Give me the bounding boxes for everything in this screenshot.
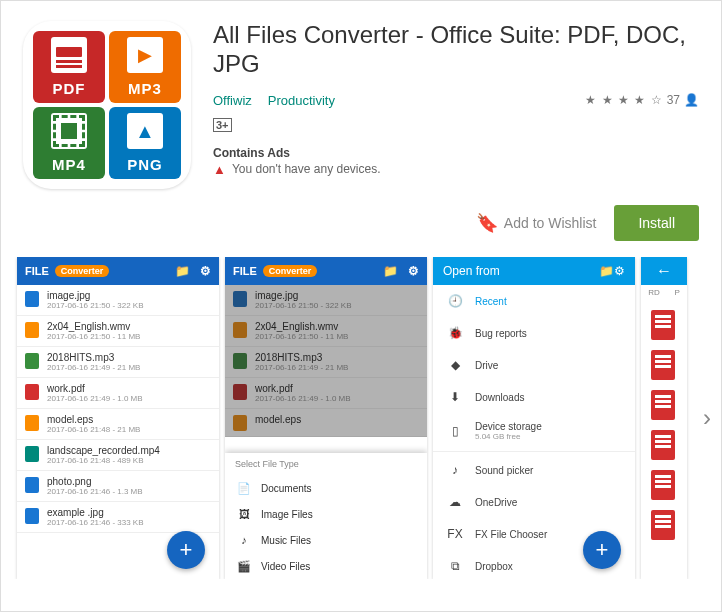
screenshot-3[interactable]: Open from 📁 ⚙ 🕘Recent🐞Bug reports◆Drive⬇… bbox=[433, 257, 635, 579]
file-name: 2x04_English.wmv bbox=[47, 321, 140, 332]
file-name: landscape_recorded.mp4 bbox=[47, 445, 160, 456]
file-type-icon bbox=[233, 384, 247, 400]
file-meta: 2017-06-16 21:49 - 21 MB bbox=[47, 363, 140, 372]
file-meta: 2017-06-16 21:49 - 1.0 MB bbox=[47, 394, 143, 403]
drawer-item: ⬇Downloads bbox=[433, 381, 635, 413]
source-icon: ◆ bbox=[447, 357, 463, 373]
back-arrow-icon: ← bbox=[656, 262, 672, 280]
screenshot-4[interactable]: ← RDP bbox=[641, 257, 687, 579]
file-meta: 2017-06-16 21:50 - 322 KB bbox=[255, 301, 352, 310]
file-name: image.jpg bbox=[47, 290, 144, 301]
add-to-wishlist-button[interactable]: 🔖 Add to Wishlist bbox=[476, 212, 597, 234]
source-icon: ⬇ bbox=[447, 389, 463, 405]
file-name: model.eps bbox=[255, 414, 301, 425]
file-item: image.jpg2017-06-16 21:50 - 322 KB bbox=[225, 285, 427, 316]
file-type-icon bbox=[25, 477, 39, 493]
fab-add-button: + bbox=[583, 531, 621, 569]
drawer-item: ☁OneDrive bbox=[433, 486, 635, 518]
file-item: 2x04_English.wmv2017-06-16 21:50 - 11 MB bbox=[17, 316, 219, 347]
file-name: photo.png bbox=[47, 476, 143, 487]
filetype-icon: 🖼 bbox=[237, 507, 251, 521]
app-icon: PDF MP3 MP4 PNG bbox=[23, 21, 191, 189]
file-type-icon bbox=[233, 415, 247, 431]
file-meta: 2017-06-16 21:49 - 21 MB bbox=[255, 363, 348, 372]
drawer-item: ♪Sound picker bbox=[433, 454, 635, 486]
install-button[interactable]: Install bbox=[614, 205, 699, 241]
file-meta: 2017-06-16 21:48 - 489 KB bbox=[47, 456, 160, 465]
source-icon: FX bbox=[447, 526, 463, 542]
folder-icon: 📁 bbox=[383, 264, 398, 278]
pdf-doc-icon bbox=[651, 310, 675, 340]
device-warning: You don't have any devices. bbox=[232, 162, 381, 176]
file-name: work.pdf bbox=[255, 383, 351, 394]
user-icon: 👤 bbox=[684, 93, 699, 107]
contains-ads-label: Contains Ads bbox=[213, 146, 699, 160]
file-item: model.eps2017-06-16 21:48 - 21 MB bbox=[17, 409, 219, 440]
pdf-doc-icon bbox=[651, 510, 675, 540]
screenshot-1[interactable]: FILE Converter 📁 ⚙ image.jpg2017-06-16 2… bbox=[17, 257, 219, 579]
screenshot-2[interactable]: FILE Converter 📁 ⚙ image.jpg2017-06-16 2… bbox=[225, 257, 427, 579]
sheet-option: 🎬Video Files bbox=[225, 553, 427, 579]
drawer-item: 🕘Recent bbox=[433, 285, 635, 317]
file-meta: 2017-06-16 21:50 - 322 KB bbox=[47, 301, 144, 310]
filetype-icon: 🎬 bbox=[237, 559, 251, 573]
file-name: 2x04_English.wmv bbox=[255, 321, 348, 332]
file-type-icon bbox=[233, 291, 247, 307]
category-link[interactable]: Productivity bbox=[268, 93, 335, 108]
file-meta: 2017-06-16 21:50 - 11 MB bbox=[255, 332, 348, 341]
file-type-icon bbox=[233, 322, 247, 338]
source-icon: ▯ bbox=[447, 423, 463, 439]
bookmark-icon: 🔖 bbox=[476, 212, 498, 234]
filetype-icon: ♪ bbox=[237, 533, 251, 547]
file-type-icon bbox=[25, 446, 39, 462]
file-name: 2018HITS.mp3 bbox=[47, 352, 140, 363]
sheet-title: Select File Type bbox=[225, 453, 427, 475]
next-screenshot-button[interactable]: › bbox=[695, 406, 719, 430]
filetype-icon: 📄 bbox=[237, 481, 251, 495]
pdf-doc-icon bbox=[651, 390, 675, 420]
age-rating-badge: 3+ bbox=[213, 118, 232, 132]
file-name: example .jpg bbox=[47, 507, 144, 518]
file-type-icon bbox=[25, 415, 39, 431]
folder-icon: 📁 bbox=[599, 264, 614, 278]
screenshots-carousel: FILE Converter 📁 ⚙ image.jpg2017-06-16 2… bbox=[1, 257, 721, 579]
pdf-doc-icon bbox=[651, 470, 675, 500]
file-item: image.jpg2017-06-16 21:50 - 322 KB bbox=[17, 285, 219, 316]
file-meta: 2017-06-16 21:49 - 1.0 MB bbox=[255, 394, 351, 403]
sheet-option: 🖼Image Files bbox=[225, 501, 427, 527]
file-item: example .jpg2017-06-16 21:46 - 333 KB bbox=[17, 502, 219, 533]
file-type-icon bbox=[25, 508, 39, 524]
source-icon: 🕘 bbox=[447, 293, 463, 309]
file-item: photo.png2017-06-16 21:46 - 1.3 MB bbox=[17, 471, 219, 502]
pdf-doc-icon bbox=[651, 350, 675, 380]
file-item: landscape_recorded.mp42017-06-16 21:48 -… bbox=[17, 440, 219, 471]
file-item: work.pdf2017-06-16 21:49 - 1.0 MB bbox=[225, 378, 427, 409]
file-meta: 2017-06-16 21:46 - 1.3 MB bbox=[47, 487, 143, 496]
file-item: model.eps bbox=[225, 409, 427, 437]
sheet-option: ♪Music Files bbox=[225, 527, 427, 553]
file-name: 2018HITS.mp3 bbox=[255, 352, 348, 363]
file-type-icon bbox=[233, 353, 247, 369]
file-item: 2018HITS.mp32017-06-16 21:49 - 21 MB bbox=[17, 347, 219, 378]
file-meta: 2017-06-16 21:48 - 21 MB bbox=[47, 425, 140, 434]
gear-icon: ⚙ bbox=[200, 264, 211, 278]
file-meta: 2017-06-16 21:50 - 11 MB bbox=[47, 332, 140, 341]
file-item: 2018HITS.mp32017-06-16 21:49 - 21 MB bbox=[225, 347, 427, 378]
fab-add-button: + bbox=[167, 531, 205, 569]
file-item: 2x04_English.wmv2017-06-16 21:50 - 11 MB bbox=[225, 316, 427, 347]
developer-link[interactable]: Offiwiz bbox=[213, 93, 252, 108]
gear-icon: ⚙ bbox=[408, 264, 419, 278]
file-type-icon bbox=[25, 291, 39, 307]
file-type-icon bbox=[25, 353, 39, 369]
rating[interactable]: ★ ★ ★ ★ ☆ 37 👤 bbox=[585, 93, 699, 107]
file-name: work.pdf bbox=[47, 383, 143, 394]
sheet-option: 📄Documents bbox=[225, 475, 427, 501]
drawer-item: ▯Device storage5.04 GB free bbox=[433, 413, 635, 449]
star-icon: ★ ★ ★ ★ ☆ bbox=[585, 93, 662, 107]
file-type-icon bbox=[25, 384, 39, 400]
rating-count: 37 bbox=[667, 93, 680, 107]
file-type-icon bbox=[25, 322, 39, 338]
drawer-item: ◆Drive bbox=[433, 349, 635, 381]
gear-icon: ⚙ bbox=[614, 264, 625, 278]
file-meta: 2017-06-16 21:46 - 333 KB bbox=[47, 518, 144, 527]
